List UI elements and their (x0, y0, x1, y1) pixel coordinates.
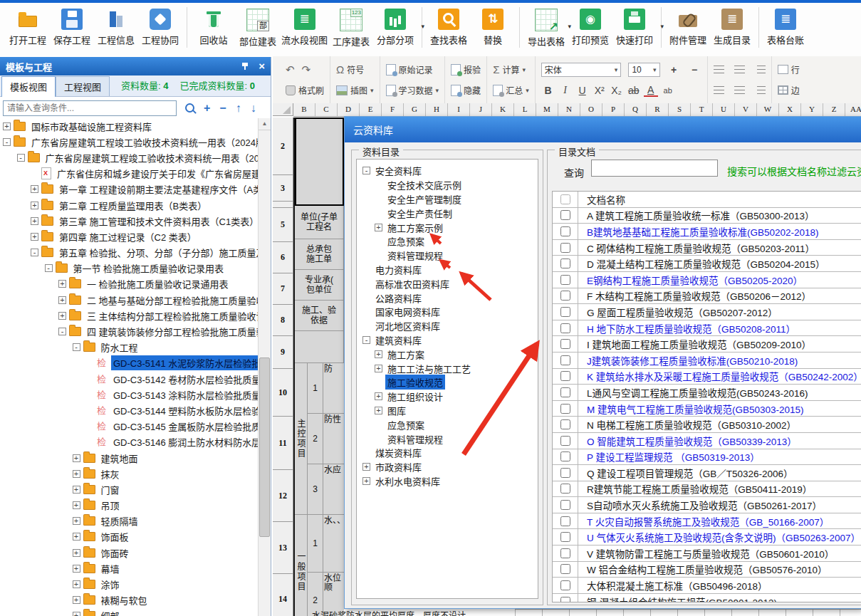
italic-button[interactable]: I (558, 85, 573, 96)
sheet-row[interactable]: 1 水、、 (308, 515, 344, 573)
tree-item[interactable]: 一 检验批施工质量验收记录通用表 (0, 276, 259, 292)
expand-toggle[interactable] (73, 533, 80, 541)
toolbar-button[interactable]: 附件管理 ▾ (666, 7, 710, 48)
column-header[interactable]: Z (823, 103, 845, 116)
expand-toggle[interactable] (45, 264, 53, 272)
border-button[interactable]: 边 (778, 84, 800, 96)
expand-toggle[interactable] (58, 296, 66, 304)
tree-item[interactable]: 三 主体结构分部工程检验批施工质量验收记录 (0, 308, 259, 323)
document-checkbox[interactable] (560, 436, 570, 446)
tree-item[interactable]: 煤炭资料库 (358, 446, 538, 460)
expand-toggle[interactable] (73, 580, 80, 588)
document-name[interactable]: U 气体灭火系统施工及验收规范(含条文说明)（GB50263-2007） (578, 530, 860, 544)
document-checkbox[interactable] (560, 323, 570, 333)
document-row[interactable]: H 地下防水工程质量验收规范（GB50208-2011） (553, 320, 861, 337)
document-name[interactable]: I 建筑地面工程施工质量验收规范（GB50209-2010） (578, 337, 811, 351)
document-row[interactable]: L通风与空调工程施工质量验收规范(GB50243-2016) (553, 385, 861, 401)
document-row[interactable]: K 建筑给水排水及采暖工程施工质量验收规范（GB50242-2002） (553, 369, 861, 385)
row-header[interactable]: 14 (273, 574, 293, 616)
expand-toggle[interactable] (375, 365, 382, 372)
document-row[interactable]: R建筑节能工程施工质量验收规范（GB50411-2019） (553, 481, 861, 498)
tree-item[interactable]: 第一章 工程建设前期主要法定基建程序文件（A类表） (0, 182, 259, 197)
tree-item[interactable]: 施工方案示例 (358, 220, 538, 234)
document-name[interactable]: D 混凝土结构工程施工质量验收规范（GB50204-2015） (578, 256, 825, 271)
tree-item[interactable]: 防水工程 (0, 340, 259, 355)
undo-button[interactable]: ↶ (286, 64, 295, 75)
column-header[interactable]: J (470, 103, 492, 116)
tree-item[interactable]: 高标准农田资料库 (358, 276, 538, 291)
scroll-up-arrow-icon[interactable]: ▲ (259, 118, 271, 130)
caret-down-icon[interactable]: ▾ (370, 87, 374, 94)
expand-toggle[interactable] (73, 612, 80, 616)
column-header[interactable]: P (602, 103, 625, 116)
row-header[interactable]: 12 (273, 470, 293, 522)
document-row[interactable]: Q 建设工程项目管理规范（GB／T50326-2006） (553, 465, 861, 481)
toolbar-button[interactable]: 生成目录 ▾ (710, 7, 759, 48)
document-row[interactable]: 大体积混凝土施工标准（GB50496-2018） (553, 578, 861, 594)
align-right-icon[interactable] (757, 86, 766, 94)
selected-cell[interactable] (295, 118, 344, 206)
search-icon[interactable] (185, 103, 194, 113)
tree-item[interactable]: 广东省房屋建筑工程竣工验收技术资料统一用表（2024版） (0, 134, 259, 150)
expand-toggle[interactable] (58, 328, 66, 335)
document-row[interactable]: S自动喷水灭火系统施工及验收规范（GB50261-2017） (553, 497, 861, 513)
column-header[interactable]: O (580, 103, 602, 116)
strikethrough-button[interactable]: ab (627, 85, 641, 96)
document-row[interactable]: C 砌体结构工程施工质量验收规范（GB50203-2011） (553, 240, 861, 256)
toolbar-button[interactable]: 快速打印 ▾ (612, 7, 662, 48)
document-name[interactable]: N 电梯工程施工质量验收规范（GB50310-2002） (578, 417, 796, 432)
document-name[interactable]: W 铝合金结构工程施工质量验收规范（GB50576-2010） (578, 562, 828, 576)
document-checkbox[interactable] (560, 532, 570, 542)
column-header[interactable]: Y (801, 103, 823, 116)
document-name[interactable]: E钢结构工程施工质量验收规范（GB50205-2020） (578, 273, 803, 287)
font-color-button[interactable]: A (644, 84, 658, 97)
document-checkbox[interactable] (560, 484, 570, 494)
sheet-cell[interactable]: 专业承(包单位 (295, 270, 344, 301)
toolbar-button[interactable]: 表格台账 ▾ (763, 7, 808, 48)
bold-button[interactable]: B (541, 85, 555, 96)
tree-item[interactable]: 第二章 工程质量监理用表（B类表） (0, 197, 259, 213)
document-row[interactable]: P 建设工程监理规范 （GB50319-2013） (553, 449, 861, 466)
document-checkbox[interactable] (560, 259, 570, 268)
tree-item[interactable]: 四 建筑装饰装修分部工程检验批施工质量验收 (0, 323, 259, 339)
tree-item[interactable]: 安全生产管理制度 (358, 192, 538, 207)
document-row[interactable]: W 铝合金结构工程施工质量验收规范（GB50576-2010） (553, 562, 861, 578)
column-header[interactable]: M (536, 103, 558, 116)
expand-toggle[interactable] (31, 202, 38, 209)
tree-item[interactable]: 河北地区资料库 (358, 319, 538, 333)
caret-down-icon[interactable]: ▾ (526, 87, 529, 94)
tree-item[interactable]: 图库 (358, 404, 538, 418)
column-header[interactable]: I (448, 103, 470, 116)
tree-item[interactable]: 饰面砖 (0, 545, 259, 560)
document-search-input[interactable] (591, 160, 718, 177)
expand-toggle[interactable] (362, 167, 370, 174)
expand-toggle[interactable] (31, 233, 38, 241)
tree-item[interactable]: 国家电网资料库 (358, 305, 538, 319)
document-row[interactable]: A 建筑工程施工质量验收统一标准（GB50300-2013） (553, 208, 861, 224)
tree-item[interactable]: 安全技术交底示例 (358, 178, 538, 192)
row-header[interactable]: 3 (273, 175, 293, 202)
move-up-icon[interactable]: ↑ (236, 102, 241, 115)
expand-toggle[interactable] (73, 517, 80, 525)
document-name[interactable]: Q 建设工程项目管理规范（GB／T50326-2006） (578, 466, 793, 480)
column-header[interactable]: F (382, 103, 404, 116)
document-checkbox[interactable] (560, 564, 570, 574)
tree-item[interactable]: 第一节 检验批施工质量验收记录用表 (0, 261, 259, 276)
document-checkbox[interactable] (560, 339, 570, 349)
tree-item[interactable]: 裱糊与软包 (0, 592, 259, 608)
expand-all-icon[interactable]: + (204, 102, 210, 115)
expand-toggle[interactable] (73, 549, 80, 557)
sheet-row[interactable]: 1 防 (308, 363, 344, 414)
tree-item[interactable]: 门窗 (0, 481, 259, 497)
tree-item[interactable]: 公路资料库 (358, 291, 538, 305)
tree-item[interactable]: 细部 (0, 608, 259, 616)
document-checkbox[interactable] (560, 275, 570, 285)
tree-item[interactable]: GD-C3-5146 膨润土防水材料防水层检验 (0, 434, 259, 450)
column-header[interactable]: K (492, 103, 514, 116)
document-name[interactable]: M 建筑电气工程施工质量验收规范(GB50303-2015) (578, 402, 804, 416)
scrollbar-thumb[interactable] (259, 357, 270, 537)
document-checkbox[interactable] (560, 597, 570, 602)
document-name[interactable]: H 地下防水工程质量验收规范（GB50208-2011） (578, 321, 795, 335)
tree-item[interactable]: 建筑地面 (0, 450, 259, 466)
document-name[interactable]: S自动喷水灭火系统施工及验收规范（GB50261-2017） (578, 498, 822, 512)
